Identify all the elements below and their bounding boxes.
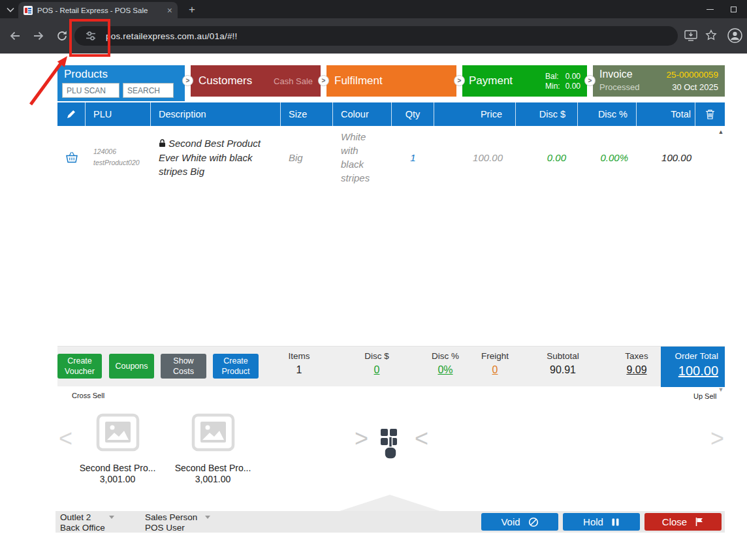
- taxes-stat: Taxes 9.09: [625, 351, 648, 376]
- coupons-button[interactable]: Coupons: [109, 354, 154, 379]
- pause-icon: [611, 518, 620, 527]
- step-customers[interactable]: Customers Cash Sale: [191, 65, 321, 97]
- maximize-button[interactable]: [722, 0, 744, 18]
- new-tab-button[interactable]: +: [184, 2, 200, 18]
- order-total-label: Order Total: [667, 351, 718, 361]
- step-products[interactable]: Products: [57, 65, 185, 101]
- salesperson-label: Sales Person: [145, 512, 197, 522]
- outlet-value: Back Office: [60, 523, 114, 533]
- table-row[interactable]: 124006 testProduct020 Second Best Produc…: [57, 126, 725, 189]
- freight-stat: Freight 0: [481, 351, 509, 376]
- chevron-down-icon: [109, 516, 114, 519]
- cross-sell-item-name: Second Best Pro...: [161, 463, 265, 473]
- refresh-icon: [56, 29, 69, 42]
- subtotal-value: 90.91: [547, 364, 579, 376]
- column-header-disc-percent: Disc %: [578, 102, 637, 126]
- minimum-label: Min:: [545, 82, 560, 91]
- up-sell-next-icon[interactable]: >: [710, 427, 724, 450]
- taxes-value[interactable]: 9.09: [625, 364, 648, 376]
- maximize-icon: [731, 7, 737, 12]
- step-separator-icon: >: [318, 75, 329, 86]
- salesperson-value: POS User: [145, 523, 210, 533]
- tab-title: POS - Retail Express - POS Sale: [37, 7, 163, 14]
- minimize-icon: [707, 9, 714, 10]
- salesperson-selector[interactable]: Sales Person POS User: [145, 512, 210, 533]
- subtotal-label: Subtotal: [547, 351, 579, 361]
- url-text[interactable]: pos.retailexpress.com.au/01a/#!!: [106, 31, 238, 41]
- address-bar[interactable]: pos.retailexpress.com.au/01a/#!!: [74, 26, 678, 46]
- cross-sell-item[interactable]: [191, 413, 235, 452]
- outlet-selector[interactable]: Outlet 2 Back Office: [60, 512, 114, 533]
- row-description: Second Best Product Ever White with blac…: [151, 126, 281, 189]
- clear-cart-button[interactable]: [695, 102, 725, 126]
- subtotal-stat: Subtotal 90.91: [547, 351, 579, 376]
- row-disc-percent[interactable]: 0.00%: [578, 126, 637, 189]
- pos-app: Products > Customers Cash Sale > Fulfilm…: [0, 54, 747, 560]
- cross-sell-prev-icon[interactable]: <: [59, 427, 72, 450]
- install-app-icon: [684, 29, 697, 42]
- row-price[interactable]: 100.00: [434, 126, 516, 189]
- void-label: Void: [501, 516, 520, 527]
- cross-sell-item[interactable]: [96, 413, 140, 452]
- order-total-value[interactable]: 100.00: [667, 364, 718, 379]
- tab-close-icon[interactable]: ×: [167, 6, 172, 15]
- flag-icon: [695, 517, 704, 527]
- freight-label: Freight: [481, 351, 509, 361]
- row-size: Big: [281, 126, 333, 189]
- up-sell-prev-icon[interactable]: <: [415, 427, 428, 450]
- profile-button[interactable]: [727, 28, 742, 46]
- cart-table-header: PLU Description Size Colour Qty Price Di…: [57, 102, 725, 126]
- basket-icon: [65, 151, 78, 163]
- hold-button[interactable]: Hold: [563, 513, 640, 531]
- step-fulfilment-title: Fulfilment: [334, 74, 383, 87]
- chevron-down-icon: [205, 516, 210, 519]
- browser-toolbar: pos.retailexpress.com.au/01a/#!!: [0, 18, 747, 54]
- close-sale-button[interactable]: Close: [644, 513, 722, 531]
- step-invoice-title: Invoice: [599, 69, 633, 80]
- forward-button[interactable]: [27, 25, 50, 47]
- browser-tab[interactable]: POS - Retail Express - POS Sale ×: [18, 2, 178, 18]
- row-basket-button[interactable]: [57, 126, 86, 189]
- bookmark-button[interactable]: [705, 29, 717, 44]
- step-payment[interactable]: Payment Bal: 0.00 Min: 0.00: [462, 65, 587, 97]
- star-icon: [705, 29, 717, 41]
- column-header-total: Total: [637, 102, 695, 126]
- cross-sell-next-icon[interactable]: >: [355, 427, 368, 450]
- step-separator-icon: >: [454, 75, 465, 86]
- disc-percent-label: Disc %: [432, 351, 459, 361]
- step-separator-icon: >: [584, 75, 596, 86]
- row-disc-dollar[interactable]: 0.00: [516, 126, 578, 189]
- step-fulfilment[interactable]: Fulfilment: [326, 65, 456, 97]
- scroll-down-icon[interactable]: ▼: [718, 386, 724, 393]
- up-sell-label: Up Sell: [693, 392, 716, 400]
- search-input[interactable]: [123, 83, 174, 98]
- step-customers-title: Customers: [199, 74, 252, 87]
- disc-dollar-value[interactable]: 0: [364, 364, 389, 376]
- scroll-up-icon[interactable]: ▲: [718, 129, 724, 135]
- show-costs-button[interactable]: Show Costs: [161, 354, 206, 379]
- back-button[interactable]: [4, 25, 26, 47]
- disc-dollar-label: Disc $: [364, 351, 389, 361]
- column-header-description: Description: [151, 102, 281, 126]
- browser-window: POS - Retail Express - POS Sale × + pos.…: [0, 0, 747, 560]
- outlet-label: Outlet 2: [60, 512, 91, 522]
- row-qty[interactable]: 1: [392, 126, 434, 189]
- order-total-panel[interactable]: Order Total 100.00: [661, 347, 725, 387]
- disc-percent-value[interactable]: 0%: [432, 364, 459, 376]
- summary-bar: Create Voucher Coupons Show Costs Create…: [57, 346, 725, 386]
- freight-value[interactable]: 0: [481, 364, 509, 376]
- step-separator-icon: >: [182, 75, 193, 86]
- close-label: Close: [662, 516, 687, 527]
- items-stat: Items 1: [288, 351, 310, 376]
- create-voucher-button[interactable]: Create Voucher: [57, 354, 102, 379]
- step-invoice[interactable]: Invoice 25-00000059 Processed 30 Oct 202…: [593, 65, 725, 97]
- void-button[interactable]: Void: [481, 513, 558, 531]
- minimize-button[interactable]: [699, 0, 721, 18]
- column-header-disc-dollar: Disc $: [516, 102, 578, 126]
- install-app-button[interactable]: [684, 29, 697, 44]
- balance-value: 0.00: [565, 72, 580, 81]
- tab-search-button[interactable]: [5, 4, 16, 15]
- plu-code: 124006: [93, 146, 116, 157]
- create-product-button[interactable]: Create Product: [213, 354, 259, 379]
- browser-titlebar: POS - Retail Express - POS Sale × +: [0, 0, 747, 18]
